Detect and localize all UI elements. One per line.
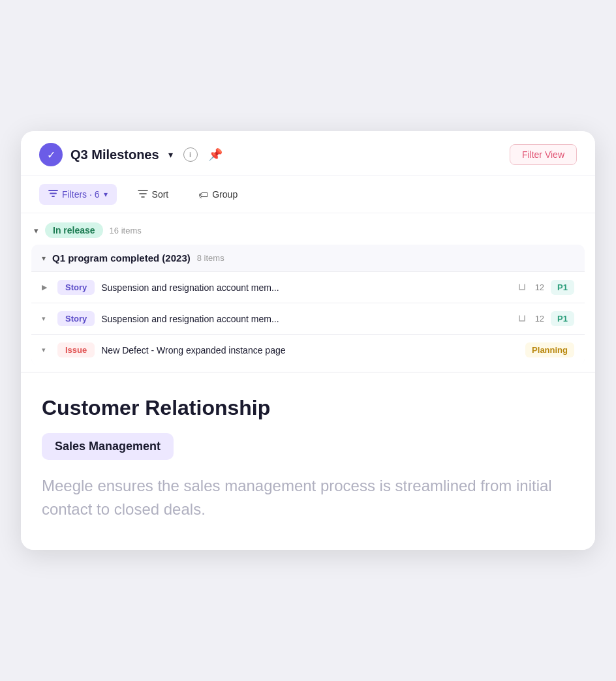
- branch-num-2: 12: [535, 314, 544, 324]
- branch-icon-2: [518, 314, 529, 324]
- filters-dropdown-arrow: ▾: [104, 190, 108, 199]
- description-text: Meegle ensures the sales management proc…: [42, 474, 574, 521]
- group-icon: 🏷: [198, 189, 208, 200]
- sub-group-count: 8 items: [197, 253, 224, 263]
- row-chevron-3[interactable]: ▾: [42, 346, 51, 354]
- p1-badge-2: P1: [551, 311, 574, 326]
- sort-button[interactable]: Sort: [129, 185, 178, 205]
- sort-label: Sort: [152, 189, 169, 200]
- group-button[interactable]: 🏷 Group: [189, 185, 247, 205]
- project-dropdown-arrow[interactable]: ▾: [168, 149, 173, 160]
- planning-badge-3: Planning: [525, 342, 574, 357]
- filter-icon: [48, 189, 58, 200]
- branch-num-1: 12: [535, 282, 544, 292]
- in-release-row: ▾ In release 16 items: [31, 213, 585, 245]
- header-row: ✓ Q3 Milestones ▾ i 📌 Filter View: [21, 131, 595, 176]
- bottom-panel: Customer Relationship Sales Management M…: [21, 372, 595, 550]
- story-badge-2: Story: [57, 311, 95, 326]
- sub-group-header: ▾ Q1 program completed (2023) 8 items: [31, 245, 585, 271]
- sales-tag: Sales Management: [42, 433, 174, 460]
- sort-icon: [138, 189, 148, 200]
- issue-badge-3: Issue: [57, 342, 95, 357]
- pin-icon[interactable]: 📌: [208, 147, 223, 162]
- group-section: ▾ In release 16 items ▾ Q1 program compl…: [21, 213, 595, 365]
- p1-badge-1: P1: [551, 280, 574, 295]
- in-release-chevron[interactable]: ▾: [34, 226, 38, 235]
- sub-group: ▾ Q1 program completed (2023) 8 items ▶ …: [31, 245, 585, 365]
- in-release-count: 16 items: [110, 226, 142, 235]
- sub-group-chevron[interactable]: ▾: [42, 254, 46, 263]
- group-label: Group: [212, 189, 238, 200]
- project-title: Q3 Milestones: [70, 147, 159, 162]
- main-card: ✓ Q3 Milestones ▾ i 📌 Filter View Filter…: [21, 131, 595, 550]
- filter-view-button[interactable]: Filter View: [510, 144, 577, 165]
- customer-title: Customer Relationship: [42, 396, 574, 420]
- info-icon[interactable]: i: [183, 147, 198, 162]
- item-title-2: Suspension and resignation account mem..…: [101, 314, 511, 324]
- item-title-1: Suspension and resignation account mem..…: [101, 282, 511, 293]
- filters-button[interactable]: Filters · 6 ▾: [39, 184, 117, 205]
- project-icon: ✓: [39, 143, 63, 166]
- story-badge-1: Story: [57, 280, 95, 295]
- table-row: ▶ Story Suspension and resignation accou…: [31, 271, 585, 303]
- table-row: ▾ Issue New Defect - Wrong expanded inst…: [31, 334, 585, 365]
- row-chevron-1[interactable]: ▶: [42, 283, 51, 292]
- toolbar-row: Filters · 6 ▾ Sort 🏷 Group: [21, 176, 595, 213]
- filters-label: Filters · 6: [62, 189, 100, 200]
- table-row: ▾ Story Suspension and resignation accou…: [31, 303, 585, 334]
- row-chevron-2[interactable]: ▾: [42, 314, 51, 323]
- in-release-badge: In release: [45, 222, 103, 238]
- sub-group-title: Q1 program completed (2023): [52, 252, 191, 264]
- branch-icon-1: [518, 283, 529, 292]
- top-panel: ✓ Q3 Milestones ▾ i 📌 Filter View Filter…: [21, 131, 595, 372]
- item-title-3: New Defect - Wrong expanded instance pag…: [101, 345, 519, 356]
